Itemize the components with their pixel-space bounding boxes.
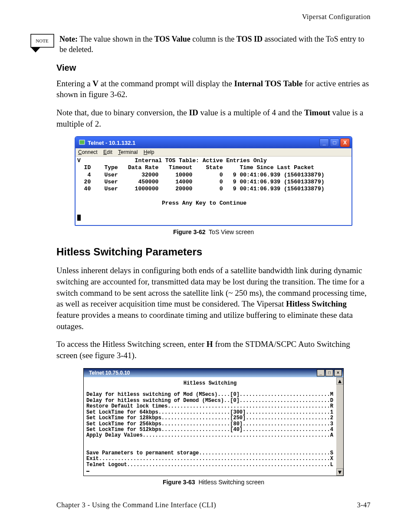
scrollbar[interactable]: ▴ ▾ bbox=[336, 377, 343, 476]
terminal-cursor-icon-2 bbox=[86, 471, 89, 472]
hitless-p1-hs: Hitless Switching bbox=[286, 299, 347, 308]
terminal-output: V Internal TOS Table: Active Entries Onl… bbox=[76, 157, 352, 225]
term-line: 40 User 1000000 20000 0 9 00:41:06.939 (… bbox=[77, 186, 325, 192]
view-p1-b: at the command prompt will display the bbox=[99, 79, 234, 88]
terminal-cursor-icon bbox=[77, 215, 81, 221]
view-heading: View bbox=[56, 63, 371, 73]
hitless-heading: Hitless Switching Parameters bbox=[56, 246, 371, 258]
hitless-p1-b: feature provides a means to coordinate t… bbox=[56, 310, 353, 331]
note-tos-id: TOS ID bbox=[237, 35, 263, 43]
term2-line: Apply Delay Values......................… bbox=[86, 432, 333, 438]
telnet-app-icon bbox=[79, 140, 85, 146]
menu-help[interactable]: Help bbox=[144, 149, 154, 155]
term2-line: Telnet Logout...........................… bbox=[86, 462, 333, 468]
scroll-track[interactable] bbox=[336, 385, 343, 468]
fig-num: Figure 3-62 bbox=[173, 228, 206, 235]
view-p1-a: Entering a bbox=[56, 79, 92, 88]
terminal-heading: Hitless Switching bbox=[86, 381, 334, 386]
running-head: Vipersat Configuration bbox=[56, 13, 371, 21]
term2-line: Set LockTime for 128kbps................… bbox=[86, 415, 333, 421]
fig-title: ToS View screen bbox=[209, 228, 254, 235]
view-p2: Note that, due to binary conversion, the… bbox=[56, 107, 371, 129]
menubar: Connect Edit Terminal Help bbox=[76, 148, 352, 157]
figure-3-63-caption: Figure 3-63 Hitless Switching screen bbox=[56, 479, 371, 486]
view-p2-a: Note that, due to binary conversion, the bbox=[56, 108, 189, 117]
page: Vipersat Configuration NOTE Note: The va… bbox=[0, 0, 414, 522]
hitless-p2-h: H bbox=[207, 339, 213, 349]
window-title-2: Telnet 10.75.0.10 bbox=[89, 370, 130, 376]
svg-marker-1 bbox=[31, 47, 40, 52]
minimize-button[interactable]: _ bbox=[319, 138, 329, 147]
term-line: V Internal TOS Table: Active Entries Onl… bbox=[77, 157, 267, 164]
term2-line: Restore Default lock times..............… bbox=[86, 403, 333, 409]
close-button[interactable]: X bbox=[340, 138, 350, 147]
note-text: Note: The value shown in the TOS Value c… bbox=[59, 34, 371, 55]
footer-right: 3-47 bbox=[357, 501, 371, 509]
note-icon: NOTE bbox=[30, 34, 54, 53]
term-line: 4 User 32000 10000 0 9 00:41:06.939 (156… bbox=[77, 172, 325, 178]
view-p1-v: V bbox=[92, 79, 99, 88]
fig-title-2: Hitless Switching screen bbox=[198, 479, 264, 486]
note-icon-label: NOTE bbox=[36, 38, 49, 43]
close-button-2[interactable]: × bbox=[334, 369, 342, 376]
scroll-down-icon[interactable]: ▾ bbox=[336, 468, 343, 476]
term-line: Press Any Key to Continue bbox=[77, 200, 246, 206]
term2-line: Set LockTime for 256kbps................… bbox=[86, 421, 333, 427]
term2-line: Save Parameters to permanent storage....… bbox=[86, 450, 333, 456]
fig-num-2: Figure 3-63 bbox=[163, 479, 195, 486]
term2-line: Set LockTime for 512kbps................… bbox=[86, 427, 333, 433]
figure-3-63-window: c:\ Telnet 10.75.0.10 _ □ × Hitless Swit… bbox=[83, 368, 344, 476]
term2-line: Delay for hitless switching of Mod (MSec… bbox=[86, 392, 333, 398]
minimize-button-2[interactable]: _ bbox=[317, 369, 325, 376]
scroll-up-icon[interactable]: ▴ bbox=[336, 377, 343, 385]
window-title: Telnet - 10.1.132.1 bbox=[88, 140, 135, 146]
view-p1-itt: Internal TOS Table bbox=[234, 79, 302, 88]
footer-left: Chapter 3 - Using the Command Line Inter… bbox=[56, 501, 216, 509]
menu-edit[interactable]: Edit bbox=[103, 149, 112, 155]
note-text-1: The value shown in the bbox=[79, 35, 154, 43]
term2-line: Exit....................................… bbox=[86, 456, 333, 462]
figure-3-62-caption: Figure 3-62 ToS View screen bbox=[56, 228, 371, 235]
term2-line: Set LockTime for 64kbps.................… bbox=[86, 409, 333, 415]
hitless-p2: To access the Hitless Switching screen, … bbox=[56, 339, 371, 361]
note-block: NOTE Note: The value shown in the TOS Va… bbox=[30, 34, 371, 55]
term-line: ID Type Data Rate Timeout State Time Sin… bbox=[77, 164, 314, 171]
term-line: 20 User 450000 14000 0 9 00:41:06.939 (1… bbox=[77, 179, 325, 185]
titlebar-2[interactable]: c:\ Telnet 10.75.0.10 _ □ × bbox=[84, 369, 343, 377]
terminal-output-2: Hitless Switching Delay for hitless swit… bbox=[84, 377, 336, 476]
note-tos-value: TOS Value bbox=[154, 35, 191, 43]
svg-rect-2 bbox=[79, 140, 85, 144]
maximize-button[interactable]: □ bbox=[330, 138, 339, 147]
view-p2-b: value is a multiple of 4 and the bbox=[198, 108, 304, 117]
menu-terminal[interactable]: Terminal bbox=[118, 149, 138, 155]
view-p2-t: Timout bbox=[304, 108, 330, 117]
term2-line: Delay for hitless switching of Demod (MS… bbox=[86, 398, 333, 404]
maximize-button-2[interactable]: □ bbox=[325, 369, 333, 376]
page-footer: Chapter 3 - Using the Command Line Inter… bbox=[56, 501, 371, 509]
titlebar[interactable]: Telnet - 10.1.132.1 _ □ X bbox=[76, 137, 352, 148]
view-p1: Entering a V at the command prompt will … bbox=[56, 78, 371, 100]
figure-3-62-window: Telnet - 10.1.132.1 _ □ X Connect Edit T… bbox=[75, 136, 352, 226]
view-p2-id: ID bbox=[189, 108, 198, 117]
note-text-2: column is the bbox=[191, 35, 237, 43]
hitless-p2-a: To access the Hitless Switching screen, … bbox=[56, 339, 207, 349]
note-label: Note: bbox=[59, 35, 78, 43]
menu-connect[interactable]: Connect bbox=[78, 149, 98, 155]
hitless-p1: Unless inherent delays in configuring bo… bbox=[56, 265, 371, 332]
